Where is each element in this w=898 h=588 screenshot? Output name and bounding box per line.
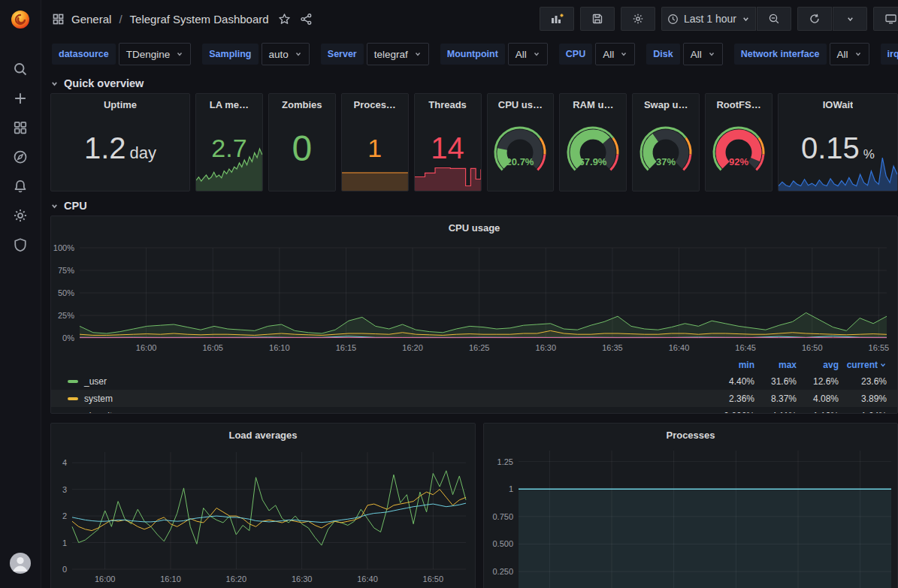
svg-text:16:05: 16:05 [202, 343, 223, 352]
chevron-down-icon [846, 15, 854, 23]
svg-text:16:30: 16:30 [536, 343, 557, 352]
svg-text:16:30: 16:30 [292, 574, 313, 583]
row-title: Quick overview [64, 77, 144, 89]
variable-value-text: TDengine [126, 49, 171, 60]
zoom-out-button[interactable] [757, 7, 791, 31]
star-icon[interactable] [278, 13, 291, 26]
legend-row-_iowait[interactable]: _iowait0.626%4.11%1.19%1.24% [51, 407, 897, 414]
row-header-quick-overview[interactable]: Quick overview [50, 74, 898, 93]
stat-big-value: 14 [431, 131, 464, 165]
variable-value-sampling[interactable]: auto [262, 43, 310, 65]
variable-irq: irqAll [881, 43, 898, 65]
legend-row-system[interactable]: system2.36%8.37%4.08%3.89% [51, 390, 897, 407]
time-range-picker[interactable]: Last 1 hour [661, 7, 756, 31]
svg-text:16:15: 16:15 [336, 343, 357, 352]
gauge-cpu-usage: 20.7% [487, 110, 553, 191]
legend-sort-max[interactable]: max [754, 360, 797, 370]
variable-value-cpu[interactable]: All [595, 43, 635, 65]
grafana-logo[interactable] [0, 0, 41, 39]
load-averages-chart[interactable]: 0123416:0016:1016:2016:3016:4016:50 [51, 446, 475, 588]
legend-current-value: 1.24% [839, 411, 887, 415]
cpu-usage-chart[interactable]: 0%25%50%75%100%16:0016:0516:1016:1516:20… [51, 239, 897, 357]
svg-text:16:35: 16:35 [602, 343, 623, 352]
variable-value-text: All [516, 49, 527, 60]
cycle-view-mode-button[interactable] [873, 7, 898, 31]
user-avatar[interactable] [9, 552, 32, 577]
stat-panel-title[interactable]: Proces… [354, 99, 396, 110]
configuration-gear-icon[interactable] [13, 208, 28, 223]
stat-big-value: 0 [292, 128, 312, 169]
variable-value-text: All [837, 49, 848, 60]
variable-value-text: auto [269, 49, 289, 60]
svg-text:16:55: 16:55 [869, 343, 890, 352]
refresh-button[interactable] [797, 7, 832, 31]
legend-max-value: 31.6% [754, 376, 797, 387]
stat-panel-title[interactable]: Uptime [104, 99, 137, 110]
legend-sort-current[interactable]: current [839, 360, 887, 370]
variable-value-datasource[interactable]: TDengine [119, 43, 192, 65]
stat-value: 0 [269, 110, 335, 191]
variable-value-mountpoint[interactable]: All [508, 43, 548, 65]
svg-text:16:20: 16:20 [402, 343, 423, 352]
stat-panel-title[interactable]: CPU us… [498, 99, 543, 110]
stat-panel-title[interactable]: Swap u… [644, 99, 688, 110]
stat-panel-title[interactable]: Zombies [282, 99, 322, 110]
processes-chart[interactable]: 0.2500.5000.75011.25 [484, 446, 897, 588]
svg-text:0.750: 0.750 [492, 512, 513, 521]
legend-sort-min[interactable]: min [709, 360, 754, 370]
stat-panel-title[interactable]: IOWait [823, 99, 854, 110]
refresh-interval-dropdown[interactable] [833, 7, 867, 31]
stat-unit: day [130, 143, 156, 163]
legend-row-_user[interactable]: _user4.40%31.6%12.6%23.6% [51, 372, 897, 390]
save-dashboard-button[interactable] [580, 7, 615, 31]
main-area: General / Telegraf System Dashboard [41, 0, 898, 588]
legend-series-swatch [68, 397, 78, 400]
variable-value-network-interface[interactable]: All [830, 43, 869, 65]
panel-title[interactable]: Processes [484, 424, 897, 446]
svg-text:100%: 100% [53, 243, 74, 252]
svg-text:0.250: 0.250 [492, 567, 513, 576]
gauge-rootfs-usage: 92% [706, 110, 772, 191]
stat-panel-title[interactable]: LA me… [210, 99, 249, 110]
svg-text:37%: 37% [656, 156, 676, 167]
create-plus-icon[interactable] [13, 91, 28, 106]
server-admin-shield-icon[interactable] [13, 237, 28, 252]
row-header-cpu[interactable]: CPU [50, 196, 898, 216]
stat-big-value: 1 [367, 134, 382, 163]
app-root: General / Telegraf System Dashboard [0, 0, 898, 588]
stat-panel-zombies: Zombies0 [268, 93, 336, 191]
svg-text:1.25: 1.25 [497, 457, 513, 466]
legend-sort-avg[interactable]: avg [797, 360, 839, 370]
gauge-swap-usage: 37% [633, 110, 699, 191]
share-icon[interactable] [300, 13, 313, 26]
stat-panel-ram-usage: RAM u…67.9% [559, 93, 627, 191]
alerting-bell-icon[interactable] [13, 179, 28, 194]
stat-panel-title[interactable]: RootFS… [716, 99, 760, 110]
svg-text:16:40: 16:40 [669, 343, 690, 352]
dashboard-settings-button[interactable] [621, 7, 655, 31]
panel-load-averages: Load averages 0123416:0016:1016:2016:301… [50, 423, 476, 588]
stat-panel-processes: Proces…1 [341, 93, 409, 191]
search-icon[interactable] [13, 62, 28, 77]
dashboards-icon[interactable] [13, 120, 28, 135]
svg-text:0.500: 0.500 [492, 539, 513, 548]
variable-value-server[interactable]: telegraf [367, 43, 429, 65]
stat-panel-title[interactable]: Threads [428, 99, 467, 110]
add-panel-button[interactable] [540, 7, 574, 31]
dashboard-content: Quick overview Uptime1.2dayLA me…2.7Zomb… [41, 71, 898, 588]
chevron-down-icon [50, 80, 59, 88]
cpu-usage-legend: minmaxavgcurrent_user4.40%31.6%12.6%23.6… [51, 357, 897, 414]
panel-title[interactable]: CPU usage [51, 216, 897, 239]
explore-compass-icon[interactable] [13, 149, 28, 164]
breadcrumb-folder[interactable]: General [71, 13, 111, 26]
panel-title[interactable]: Load averages [51, 424, 475, 446]
chevron-down-icon [854, 50, 862, 58]
chevron-down-icon [533, 50, 540, 58]
svg-text:92%: 92% [729, 156, 748, 167]
variable-value-disk[interactable]: All [683, 43, 723, 65]
variable-datasource: datasourceTDengine [52, 43, 191, 65]
svg-text:16:10: 16:10 [269, 343, 290, 352]
stat-panel-title[interactable]: RAM u… [573, 99, 613, 110]
legend-min-value: 0.626% [709, 411, 754, 415]
legend-max-value: 4.11% [754, 411, 797, 415]
